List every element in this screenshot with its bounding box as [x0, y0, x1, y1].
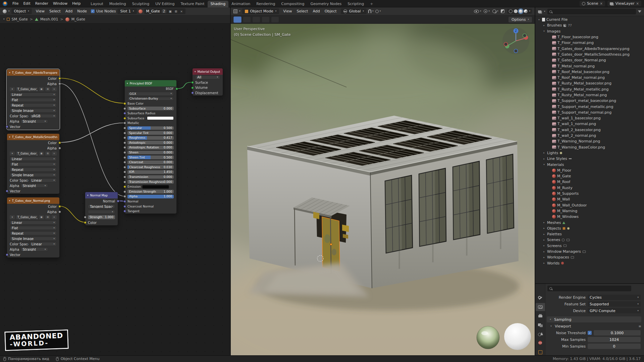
node-slider-clearcoat[interactable]: Clearcoat0.000 — [127, 161, 174, 164]
outliner-item-t-roof-metal-normal-png[interactable]: T_Roof_Metal_normal.png — [535, 75, 644, 80]
node-slider-specular[interactable]: Specular0.500 — [127, 126, 174, 130]
node-header-tex-normal[interactable]: ▾T_Gates_door_Normal.png — [7, 197, 59, 204]
socket-roughness[interactable] — [123, 136, 126, 139]
shading-wireframe-button[interactable] — [509, 9, 513, 13]
node-material-output[interactable]: ▾Material OutputAll▾SurfaceVolumeDisplac… — [192, 68, 223, 96]
socket-anisotropic[interactable] — [123, 141, 126, 144]
tab-texture-paint[interactable]: Texture Paint — [178, 1, 208, 7]
socket-alpha[interactable] — [58, 210, 61, 213]
menu-render[interactable]: Render — [33, 1, 51, 6]
outliner-search-input[interactable] — [547, 9, 636, 14]
shading-material-button[interactable] — [519, 9, 523, 13]
outliner-item-m-gate[interactable]: M_Gate — [535, 173, 644, 179]
options-button[interactable]: Options ▾ — [508, 17, 532, 22]
breadcrumb-collapse-icon[interactable]: ▾ — [3, 18, 5, 20]
breadcrumb-object[interactable]: SM_Gate — [12, 17, 28, 21]
node-select-flat[interactable]: Flat▾ — [10, 226, 57, 230]
unlink-icon[interactable]: × — [52, 87, 57, 91]
socket-normal[interactable] — [123, 200, 126, 203]
socket-subsurface-c[interactable] — [123, 117, 126, 120]
hdri-preview-sphere[interactable] — [477, 326, 499, 349]
outliner-item-images[interactable]: ▾Images — [535, 28, 644, 34]
visibility-dropdown[interactable]: ▾ — [474, 10, 481, 13]
editor-type-icon[interactable] — [233, 9, 237, 13]
node-header-principled-bsdf[interactable]: ▾Principled BSDF — [125, 80, 176, 86]
socket-bsdf[interactable] — [175, 87, 178, 90]
outliner-item-lights[interactable]: ▸Lights — [535, 150, 644, 156]
outliner-item-workspaces[interactable]: ▸Workspaces — [535, 254, 644, 260]
node-slider-alpha[interactable]: Alpha1.000 — [127, 195, 174, 198]
shading-solid-button[interactable] — [514, 9, 518, 13]
menu-window[interactable]: Window — [51, 1, 70, 6]
node-header-tex-metallic[interactable]: ▾T_Gates_door_MetallicSmoothness.png — [7, 134, 59, 140]
node-select-x[interactable]: ▾ — [88, 210, 115, 214]
image-browse-icon[interactable]: ▾ — [10, 215, 15, 219]
properties-search-input[interactable] — [547, 286, 631, 291]
socket-surface[interactable] — [191, 81, 194, 84]
axis-y-neg-handle[interactable] — [523, 34, 527, 38]
tab-compositing[interactable]: Compositing — [278, 1, 308, 7]
viewlayer-remove-icon[interactable]: × — [636, 2, 639, 5]
show-gizmo-dropdown[interactable]: ▾ — [484, 9, 490, 13]
shader-menu-view[interactable]: View — [34, 8, 47, 14]
color-swatch[interactable] — [142, 185, 169, 189]
disclosure-closed-icon[interactable]: ▸ — [542, 239, 546, 241]
image-browse-icon[interactable]: ▾ — [10, 152, 15, 156]
axis-x-neg-handle[interactable] — [504, 43, 508, 46]
section-sampling[interactable]: ▾Sampling — [547, 316, 641, 322]
node-select-straight[interactable]: Straight▾ — [20, 119, 48, 123]
socket-normal[interactable] — [117, 200, 119, 202]
fake-user-icon[interactable]: ▣ — [39, 215, 44, 219]
mode-select[interactable]: Object Mode ▾ — [242, 8, 279, 14]
node-slider-transmission-roughness[interactable]: Transmission Roughness0.000 — [127, 180, 174, 184]
axis-z-neg-handle[interactable] — [514, 49, 518, 53]
outliner-item-screens[interactable]: ▸Screens — [535, 243, 644, 249]
outliner-item-materials[interactable]: ▾Materials — [535, 162, 644, 167]
viewport-scene[interactable] — [231, 7, 535, 355]
socket-tangent[interactable] — [123, 210, 126, 213]
socket-vector[interactable] — [6, 125, 8, 128]
node-tex-normal[interactable]: ▾T_Gates_door_Normal.pngColorAlpha▾T_Gat… — [7, 197, 60, 258]
shader-menu-select[interactable]: Select — [47, 8, 63, 14]
node-slider-subsurface[interactable]: Subsurface0.000 — [127, 107, 174, 110]
tab-sculpting[interactable]: Sculpting — [129, 1, 152, 7]
node-collapse-icon[interactable]: ▾ — [195, 70, 196, 73]
node-slider-clearcoat-roughness[interactable]: Clearcoat Roughness0.030 — [127, 165, 174, 169]
disclosure-open-icon[interactable]: ▾ — [537, 18, 541, 21]
use-nodes-checkbox[interactable]: ✓ Use Nodes — [91, 9, 116, 13]
node-slider-roughness[interactable]: Roughness0.417 — [127, 136, 174, 140]
node-header-normal-map[interactable]: ▾Normal Map — [85, 192, 118, 198]
disclosure-closed-icon[interactable]: ▸ — [542, 233, 546, 236]
users-count-badge[interactable]: 2 — [162, 9, 166, 13]
outliner-item-brushes[interactable]: ▸Brushes77 — [535, 22, 644, 28]
node-tex-albedo[interactable]: ▾T_Gates_door_AlbedoTransparency.pngColo… — [7, 69, 60, 130]
node-select-linear[interactable]: Linear▾ — [10, 221, 57, 225]
editor-type-icon[interactable] — [3, 9, 7, 13]
outliner-item-t-gates-door-normal-png[interactable]: T_Gates_door_Normal.png — [535, 57, 644, 63]
node-collapse-icon[interactable]: ▾ — [87, 194, 89, 197]
copy-icon[interactable]: ⊞ — [45, 152, 50, 156]
outliner-item-t-rusty-metal-basecolor-png[interactable]: T_Rusty_Metal_basecolor.png — [535, 80, 644, 86]
outliner-item-objects[interactable]: ▸Objects — [535, 226, 644, 231]
blender-logo-icon[interactable] — [3, 1, 7, 6]
toggle-xray[interactable] — [501, 9, 504, 13]
socket-anisotropic-rotation[interactable] — [123, 146, 126, 149]
outliner-item-m-windows[interactable]: M_Windows — [535, 214, 644, 220]
outliner-item-meshes[interactable]: ▸Meshes — [535, 220, 644, 225]
properties-panel[interactable]: Render EngineCycles▾Feature SetSupported… — [535, 283, 644, 355]
node-principled-bsdf[interactable]: ▾Principled BSDFBSDFGGX▾Christensen-Burl… — [124, 80, 177, 214]
socket-clearcoat-normal[interactable] — [123, 205, 126, 208]
node-collapse-icon[interactable]: ▾ — [9, 199, 10, 202]
properties-tab-tool[interactable] — [536, 294, 545, 302]
outliner-item-palettes[interactable]: ▸Palettes — [535, 231, 644, 237]
snap-toggle[interactable]: ▾ — [368, 9, 374, 13]
socket-volume[interactable] — [191, 86, 194, 89]
outliner-item-m-warning[interactable]: M_Warning — [535, 208, 644, 214]
disclosure-closed-icon[interactable]: ▸ — [542, 24, 546, 27]
node-select-all[interactable]: All▾ — [195, 75, 220, 79]
node-slider-transmission[interactable]: Transmission0.000 — [127, 175, 174, 179]
properties-tab-world[interactable] — [536, 339, 545, 347]
outliner-item-t-wall-2-basecolor-png[interactable]: T_wall_2_basecolor.png — [535, 127, 644, 133]
outliner-item-m-wall[interactable]: M_Wall — [535, 196, 644, 202]
outliner-display-mode-icon[interactable] — [538, 10, 541, 13]
